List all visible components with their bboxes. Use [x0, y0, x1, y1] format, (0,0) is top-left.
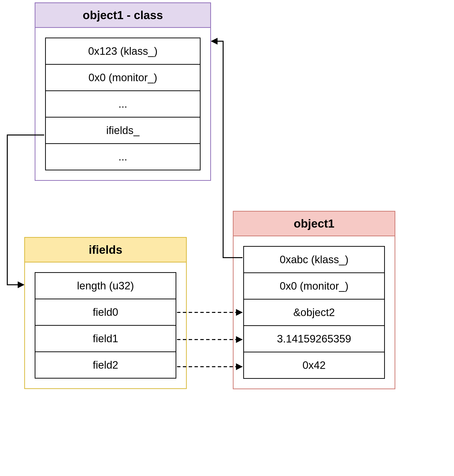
box-object1: object1 0xabc (klass_) 0x0 (monitor_) &o…	[233, 211, 395, 389]
class-row-1: 0x0 (monitor_)	[45, 65, 201, 91]
box-ifields-body: length (u32) field0 field1 field2	[25, 262, 186, 388]
class-row-3: ifields_	[45, 118, 201, 144]
box-class-body: 0x123 (klass_) 0x0 (monitor_) ... ifield…	[35, 28, 210, 180]
object1-row-2: &object2	[243, 300, 385, 326]
class-row-0: 0x123 (klass_)	[45, 38, 201, 65]
box-object1-title: object1	[234, 212, 395, 236]
object1-row-0: 0xabc (klass_)	[243, 246, 385, 273]
box-class-title: object1 - class	[35, 3, 210, 28]
box-ifields: ifields length (u32) field0 field1 field…	[24, 237, 187, 389]
ifields-row-2: field1	[35, 326, 176, 352]
ifields-row-0: length (u32)	[35, 272, 176, 299]
box-class: object1 - class 0x123 (klass_) 0x0 (moni…	[35, 2, 211, 181]
object1-row-4: 0x42	[243, 352, 385, 379]
object1-row-1: 0x0 (monitor_)	[243, 273, 385, 300]
ifields-row-1: field0	[35, 299, 176, 326]
box-ifields-title: ifields	[25, 238, 186, 262]
box-object1-body: 0xabc (klass_) 0x0 (monitor_) &object2 3…	[234, 236, 395, 389]
object1-row-3: 3.14159265359	[243, 326, 385, 352]
class-row-4: ...	[45, 144, 201, 170]
ifields-row-3: field2	[35, 352, 176, 379]
class-row-2: ...	[45, 91, 201, 118]
